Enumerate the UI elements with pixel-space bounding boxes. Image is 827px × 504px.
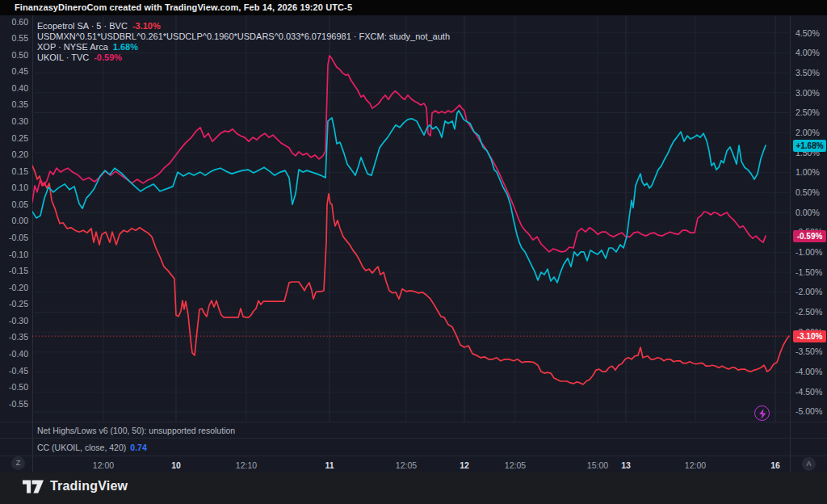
left-axis-label: 0.15 <box>0 167 28 176</box>
indicator-cc-label: CC (UKOIL, close, 420) <box>37 443 126 452</box>
time-axis-label: 11 <box>325 460 334 470</box>
left-axis-label: -0.35 <box>0 333 28 342</box>
time-axis-label: 13 <box>621 460 631 470</box>
left-axis-label: -0.10 <box>0 250 28 259</box>
left-axis-label: -0.30 <box>0 317 28 326</box>
left-axis-label: -0.40 <box>0 350 28 359</box>
indicator-net-highs-lows[interactable]: Net Highs/Lows v6 (100, 50): unsupported… <box>37 426 235 435</box>
indicator-net-highs-lows-label: Net Highs/Lows v6 (100, 50): unsupported… <box>37 426 235 435</box>
legend-title: Ecopetrol SA · 5 · BVC <box>37 21 128 31</box>
pane-separator-1[interactable] <box>0 422 827 422</box>
left-axis-label: -0.45 <box>0 367 28 376</box>
lightning-bolt-icon <box>758 409 767 419</box>
attribution-text: FinanzasyDineroCom created with TradingV… <box>15 2 352 12</box>
legend-row-2[interactable]: XOP · NYSE Arca1.68% <box>37 42 450 52</box>
tradingview-published-chart: FinanzasyDineroCom created with TradingV… <box>0 0 827 504</box>
time-axis-label: 12 <box>460 460 469 470</box>
right-axis-label: 4.50% <box>796 29 820 38</box>
legend-title: USDMXN^0.51*USDBRL^0.261*USDCLP^0.1960*U… <box>37 32 450 41</box>
price-badge: -3.10% <box>793 330 826 342</box>
left-axis-label: 0.10 <box>0 183 28 192</box>
legend-row-0[interactable]: Ecopetrol SA · 5 · BVC-3.10% <box>37 21 450 32</box>
right-axis-label: 2.50% <box>796 108 820 117</box>
right-axis-label: -1.00% <box>796 248 822 257</box>
right-axis-label: 1.00% <box>796 168 820 177</box>
legend-value: -3.10% <box>132 21 161 31</box>
tradingview-logo-text: TradingView <box>50 479 128 494</box>
left-axis-label: 0.00 <box>0 216 28 225</box>
left-axis-label: 0.20 <box>0 150 28 159</box>
time-axis-label: 12:00 <box>685 460 706 470</box>
right-axis-label: -1.50% <box>796 268 822 277</box>
time-axis-label: 10 <box>171 460 181 470</box>
tradingview-logo-icon <box>23 480 44 494</box>
legend-row-1[interactable]: USDMXN^0.51*USDBRL^0.261*USDCLP^0.1960*U… <box>37 32 450 42</box>
series-line-2 <box>32 111 766 283</box>
time-axis-label: 12:05 <box>396 460 417 470</box>
right-axis-label: 2.00% <box>796 128 820 137</box>
legend-value: 1.68% <box>113 42 138 52</box>
left-axis-label: 0.40 <box>0 84 28 93</box>
right-axis-label: 4.00% <box>796 48 820 57</box>
legend-row-3[interactable]: UKOIL · TVC-0.59% <box>37 52 450 63</box>
right-axis-label: -4.00% <box>796 368 822 376</box>
tradingview-logo[interactable]: TradingView <box>23 479 128 494</box>
time-axis-separator <box>0 456 827 456</box>
left-axis-label: -0.55 <box>0 400 28 409</box>
left-axis-label: 0.05 <box>0 200 28 209</box>
left-axis-label: -0.50 <box>0 383 28 392</box>
time-axis-label: 12:05 <box>505 460 526 470</box>
right-axis-label: -5.00% <box>796 407 822 416</box>
right-axis-label: -2.50% <box>796 308 822 317</box>
right-axis-label: -4.50% <box>796 388 822 397</box>
boost-button[interactable] <box>754 405 770 421</box>
indicator-cc-value: 0.74 <box>130 443 146 452</box>
left-axis-label: -0.20 <box>0 284 28 292</box>
time-axis-label: 16 <box>770 460 780 470</box>
left-axis-label: 0.30 <box>0 117 28 126</box>
price-badge: +1.68% <box>793 140 826 152</box>
series-line-1 <box>32 56 766 252</box>
pane-separator-2[interactable] <box>0 438 827 439</box>
right-scale-border <box>790 15 791 472</box>
auto-scale-button[interactable]: A <box>802 457 816 471</box>
left-axis-label: 0.35 <box>0 100 28 109</box>
left-axis-label: 0.50 <box>0 51 28 60</box>
left-axis-label: -0.15 <box>0 267 28 275</box>
chart-canvas[interactable] <box>32 15 790 422</box>
legend-value: -0.59% <box>94 52 122 62</box>
legend-title: UKOIL · TVC <box>37 52 89 62</box>
bottom-strip: TradingView <box>0 472 827 504</box>
right-axis-label: -3.50% <box>796 347 822 356</box>
timezone-button-label: Z <box>16 459 21 467</box>
left-axis-label: -0.25 <box>0 300 28 309</box>
attribution-bar: FinanzasyDineroCom created with TradingV… <box>0 0 827 15</box>
left-axis-label: 0.60 <box>0 18 28 27</box>
left-axis-label: 0.25 <box>0 134 28 143</box>
left-axis-label: 0.45 <box>0 67 28 76</box>
right-axis-label: 3.50% <box>796 69 820 78</box>
legend: Ecopetrol SA · 5 · BVC-3.10%USDMXN^0.51*… <box>37 21 450 63</box>
right-axis-label: -2.00% <box>796 288 822 296</box>
chart-widget[interactable]: 0.600.550.500.450.400.350.300.250.200.15… <box>0 15 827 472</box>
legend-title: XOP · NYSE Arca <box>37 42 108 52</box>
left-axis-label: -0.05 <box>0 233 28 242</box>
left-axis-label: 0.55 <box>0 34 28 43</box>
time-axis-label: 12:10 <box>236 460 257 470</box>
right-axis-label: 3.00% <box>796 89 820 98</box>
right-axis-label: 0.00% <box>796 208 820 217</box>
auto-scale-button-label: A <box>806 460 811 468</box>
time-axis-label: 15:00 <box>587 460 608 470</box>
series-line-0 <box>32 166 789 384</box>
indicator-cc[interactable]: CC (UKOIL, close, 420)0.74 <box>37 443 147 452</box>
timezone-button[interactable]: Z <box>11 456 25 470</box>
price-badge: -0.59% <box>793 230 826 242</box>
time-axis-label: 12:00 <box>93 460 114 470</box>
right-axis-label: 0.50% <box>796 188 820 197</box>
